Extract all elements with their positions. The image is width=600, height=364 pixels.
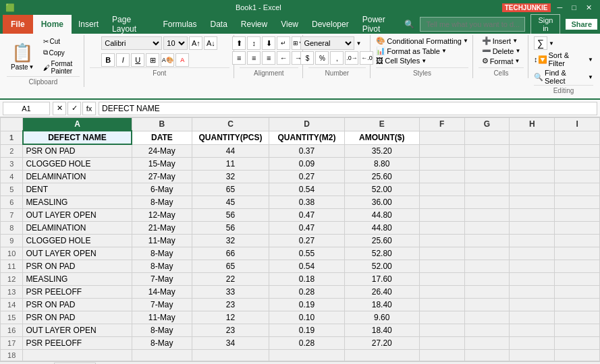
power-pivot-tab[interactable]: Power Pivot bbox=[356, 15, 405, 34]
cell-c15[interactable]: 12 bbox=[192, 311, 269, 324]
review-tab[interactable]: Review bbox=[234, 15, 274, 34]
cell-b12[interactable]: 7-May bbox=[132, 273, 192, 286]
maximize-btn[interactable]: □ bbox=[569, 3, 579, 12]
home-tab[interactable]: Home bbox=[33, 15, 72, 34]
cell-f18[interactable] bbox=[419, 350, 464, 361]
cell-b6[interactable]: 8-May bbox=[132, 196, 192, 209]
decrease-font-size-button[interactable]: A↓ bbox=[204, 36, 217, 50]
cell-g12[interactable] bbox=[464, 273, 510, 286]
cell-styles-arrow[interactable]: ▼ bbox=[421, 58, 427, 64]
align-middle-button[interactable]: ↕ bbox=[247, 36, 261, 50]
cell-i10[interactable] bbox=[555, 247, 600, 260]
font-family-select[interactable]: Calibri bbox=[101, 36, 162, 50]
cell-a12[interactable]: MEASLING bbox=[23, 273, 132, 286]
cell-g16[interactable] bbox=[464, 324, 510, 337]
format-as-table-arrow[interactable]: ▼ bbox=[441, 48, 447, 54]
cell-h13[interactable] bbox=[510, 286, 555, 299]
cell-h5[interactable] bbox=[510, 183, 555, 196]
cell-g5[interactable] bbox=[464, 183, 510, 196]
underline-button[interactable]: U bbox=[131, 53, 144, 67]
cell-d16[interactable]: 0.19 bbox=[269, 324, 344, 337]
copy-button[interactable]: ⧉ Copy bbox=[40, 47, 80, 58]
cell-d10[interactable]: 0.55 bbox=[269, 247, 344, 260]
cell-g6[interactable] bbox=[464, 196, 510, 209]
cell-c5[interactable]: 65 bbox=[192, 183, 269, 196]
cell-e11[interactable]: 52.00 bbox=[344, 260, 419, 273]
spreadsheet-area[interactable]: A B C D E F G H I 1 DEFECT NAME DATE QUA… bbox=[0, 117, 600, 361]
cell-c3[interactable]: 11 bbox=[192, 158, 269, 171]
autosum-dropdown-arrow[interactable]: ▼ bbox=[549, 40, 554, 47]
cell-styles-button[interactable]: 🖼 Cell Styles ▼ bbox=[376, 57, 427, 65]
cell-h9[interactable] bbox=[510, 235, 555, 247]
align-top-button[interactable]: ⬆ bbox=[232, 36, 246, 50]
share-button[interactable]: Share bbox=[566, 19, 597, 30]
number-format-dropdown-icon[interactable]: ▼ bbox=[356, 40, 361, 47]
cell-a3[interactable]: CLOGGED HOLE bbox=[23, 158, 132, 171]
cell-h12[interactable] bbox=[510, 273, 555, 286]
cell-g3[interactable] bbox=[464, 158, 510, 171]
confirm-formula-button[interactable]: ✓ bbox=[67, 102, 81, 115]
cell-h18[interactable] bbox=[510, 350, 555, 361]
cell-h7[interactable] bbox=[510, 209, 555, 222]
cell-f15[interactable] bbox=[419, 311, 464, 324]
cell-b5[interactable]: 6-May bbox=[132, 183, 192, 196]
cell-b8[interactable]: 21-May bbox=[132, 222, 192, 235]
cell-a9[interactable]: CLOGGED HOLE bbox=[23, 235, 132, 247]
cell-c13[interactable]: 33 bbox=[192, 286, 269, 299]
cell-c12[interactable]: 22 bbox=[192, 273, 269, 286]
cell-b11[interactable]: 8-May bbox=[132, 260, 192, 273]
cell-b17[interactable]: 8-May bbox=[132, 337, 192, 350]
column-header-f[interactable]: F bbox=[419, 118, 464, 131]
cell-d7[interactable]: 0.47 bbox=[269, 209, 344, 222]
align-right-button[interactable]: ≡ bbox=[262, 51, 275, 65]
cell-d12[interactable]: 0.18 bbox=[269, 273, 344, 286]
column-header-g[interactable]: G bbox=[464, 118, 510, 131]
cell-f5[interactable] bbox=[419, 183, 464, 196]
cell-i14[interactable] bbox=[555, 299, 600, 311]
cell-reference-input[interactable] bbox=[3, 102, 50, 115]
cell-c10[interactable]: 66 bbox=[192, 247, 269, 260]
cell-e12[interactable]: 17.60 bbox=[344, 273, 419, 286]
cell-b10[interactable]: 8-May bbox=[132, 247, 192, 260]
cell-c9[interactable]: 32 bbox=[192, 235, 269, 247]
sort-filter-button[interactable]: ↕🔽 Sort & Filter ▼ bbox=[534, 51, 593, 67]
cell-e7[interactable]: 44.80 bbox=[344, 209, 419, 222]
close-btn[interactable]: ✕ bbox=[583, 3, 595, 12]
cell-d8[interactable]: 0.47 bbox=[269, 222, 344, 235]
cell-c8[interactable]: 56 bbox=[192, 222, 269, 235]
cell-f9[interactable] bbox=[419, 235, 464, 247]
cell-g14[interactable] bbox=[464, 299, 510, 311]
cell-b15[interactable]: 11-May bbox=[132, 311, 192, 324]
font-size-select[interactable]: 10 bbox=[163, 36, 188, 50]
cell-i3[interactable] bbox=[555, 158, 600, 171]
cell-h8[interactable] bbox=[510, 222, 555, 235]
file-menu-btn[interactable]: File bbox=[3, 15, 33, 34]
conditional-formatting-arrow[interactable]: ▼ bbox=[463, 38, 468, 44]
cell-c16[interactable]: 23 bbox=[192, 324, 269, 337]
cell-b7[interactable]: 12-May bbox=[132, 209, 192, 222]
cell-g11[interactable] bbox=[464, 260, 510, 273]
cell-h3[interactable] bbox=[510, 158, 555, 171]
cell-f17[interactable] bbox=[419, 337, 464, 350]
align-center-button[interactable]: ≡ bbox=[247, 51, 261, 65]
cell-g7[interactable] bbox=[464, 209, 510, 222]
sort-arrow[interactable]: ▼ bbox=[588, 57, 593, 63]
increase-font-size-button[interactable]: A↑ bbox=[189, 36, 202, 50]
font-color-button[interactable]: A bbox=[175, 53, 189, 67]
cell-g9[interactable] bbox=[464, 235, 510, 247]
search-input[interactable] bbox=[420, 17, 525, 32]
increase-decimal-button[interactable]: .0→ bbox=[345, 51, 358, 65]
cell-e1[interactable]: AMOUNT($) bbox=[344, 131, 419, 144]
cell-g17[interactable] bbox=[464, 337, 510, 350]
formulas-tab[interactable]: Formulas bbox=[156, 15, 203, 34]
border-button[interactable]: ⊞ bbox=[146, 53, 159, 67]
format-painter-button[interactable]: 🖌 Format Painter bbox=[40, 59, 80, 76]
paste-dropdown-arrow[interactable]: ▼ bbox=[29, 64, 34, 70]
cell-f14[interactable] bbox=[419, 299, 464, 311]
cell-i6[interactable] bbox=[555, 196, 600, 209]
cell-i12[interactable] bbox=[555, 273, 600, 286]
cell-a1[interactable]: DEFECT NAME bbox=[23, 131, 132, 144]
cell-e18[interactable] bbox=[344, 350, 419, 361]
cell-a13[interactable]: PSR PEELOFF bbox=[23, 286, 132, 299]
cell-i5[interactable] bbox=[555, 183, 600, 196]
